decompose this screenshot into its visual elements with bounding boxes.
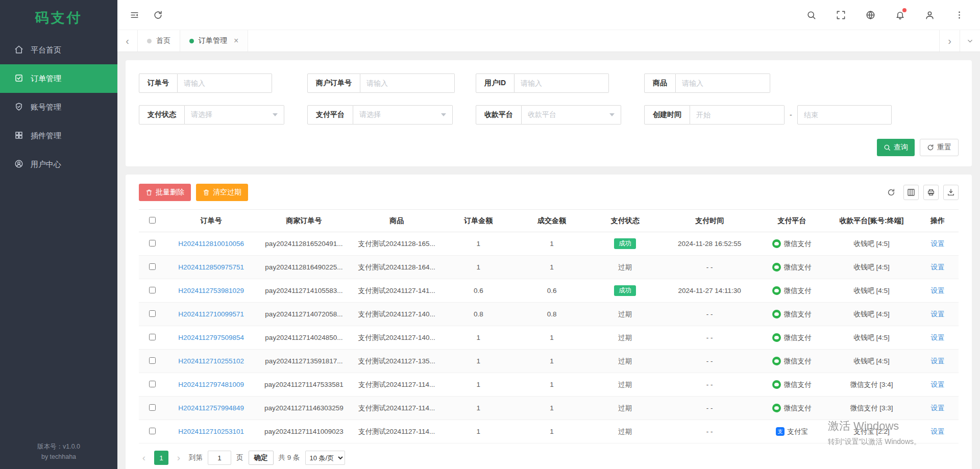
filter-label: 收款平台 — [476, 105, 522, 125]
row-checkbox[interactable] — [149, 310, 156, 317]
cell-order-no[interactable]: H2024112710099571 — [178, 310, 244, 318]
pay-platform-select[interactable]: 请选择 — [353, 105, 453, 125]
sidebar-item-account-management[interactable]: 账号管理 — [0, 93, 117, 121]
cell-pay-time: - - — [662, 397, 757, 420]
end-date-input[interactable] — [797, 105, 892, 125]
cell-action[interactable]: 设置 — [930, 357, 944, 365]
table-refresh-icon[interactable] — [884, 185, 899, 200]
search-icon[interactable] — [803, 7, 819, 22]
tabs-menu-button[interactable] — [960, 30, 980, 52]
current-page-button[interactable]: 1 — [154, 451, 168, 465]
language-globe-icon[interactable] — [863, 7, 878, 22]
user-avatar-icon[interactable] — [922, 7, 937, 22]
sidebar-item-platform-home[interactable]: 平台首页 — [0, 36, 117, 64]
table-export-icon[interactable] — [943, 185, 959, 200]
cell-platform-name: 支付宝 — [787, 427, 808, 436]
filter-create-time: 创建时间 - — [644, 105, 892, 125]
cell-order-amount: 1 — [442, 326, 515, 350]
cell-action[interactable]: 设置 — [930, 428, 944, 435]
refresh-page-icon[interactable] — [150, 7, 165, 22]
cell-order-no[interactable]: H2024112797509854 — [178, 334, 244, 341]
row-checkbox[interactable] — [149, 381, 156, 387]
home-icon — [14, 45, 23, 56]
tabs-scroll-left-button[interactable]: ‹ — [117, 30, 138, 52]
table-row: H2024112753981029 pay2024112714105583...… — [139, 279, 959, 303]
confirm-page-button[interactable]: 确定 — [249, 451, 274, 465]
cell-order-no[interactable]: H2024112753981029 — [178, 287, 244, 294]
table-row: H2024112797509854 pay2024112714024850...… — [139, 326, 959, 350]
cell-action[interactable]: 设置 — [930, 263, 944, 271]
select-arrow-icon — [609, 113, 615, 116]
filter-merchant-order-no: 商户订单号 — [307, 73, 476, 93]
cell-action[interactable]: 设置 — [930, 287, 944, 294]
row-checkbox[interactable] — [149, 334, 156, 340]
cell-platform-name: 微信支付 — [783, 310, 811, 319]
cell-action[interactable]: 设置 — [930, 334, 944, 341]
cell-receiver: 收钱吧 [4:5] — [826, 303, 917, 326]
select-all-checkbox[interactable] — [149, 217, 156, 224]
row-checkbox[interactable] — [149, 357, 156, 364]
jump-page-input[interactable] — [208, 451, 231, 465]
user-id-input[interactable] — [514, 73, 609, 93]
total-count-label: 共 9 条 — [279, 453, 300, 462]
clear-expired-button[interactable]: 清空过期 — [196, 184, 248, 201]
cell-order-no[interactable]: H2024112757994849 — [178, 404, 244, 412]
cell-order-amount: 1 — [442, 420, 515, 443]
table-print-icon[interactable] — [923, 185, 939, 200]
cell-status: 过期 — [618, 334, 632, 341]
product-input[interactable] — [676, 73, 770, 93]
cell-merchant-no: pay2024112714072058... — [256, 303, 352, 326]
cell-order-amount: 1 — [442, 397, 515, 420]
cell-order-no[interactable]: H2024112850975751 — [178, 263, 244, 271]
cell-paid-amount: 1 — [515, 326, 589, 350]
cell-pay-time: - - — [662, 256, 757, 279]
select-arrow-icon — [273, 113, 278, 116]
tab-close-icon[interactable]: × — [234, 37, 238, 45]
more-menu-icon[interactable] — [951, 7, 967, 22]
filter-product: 商品 — [644, 73, 813, 93]
tabs-scroll-right-button[interactable]: › — [939, 30, 960, 52]
sidebar-item-label: 订单管理 — [31, 74, 61, 84]
sidebar-item-user-center[interactable]: 用户中心 — [0, 150, 117, 179]
reset-button[interactable]: 重置 — [920, 139, 959, 156]
cell-checkbox — [139, 420, 166, 443]
sidebar-item-plugin-management[interactable]: 插件管理 — [0, 121, 117, 150]
start-date-input[interactable] — [690, 105, 785, 125]
row-checkbox[interactable] — [149, 404, 156, 411]
notification-bell-icon[interactable] — [892, 7, 908, 22]
tab-label: 订单管理 — [199, 36, 227, 45]
tab-order-management[interactable]: 订单管理 × — [180, 30, 248, 52]
filter-label: 支付状态 — [139, 105, 185, 125]
batch-delete-button[interactable]: 批量删除 — [139, 184, 191, 201]
receive-platform-select[interactable]: 收款平台 — [522, 105, 621, 125]
sidebar-item-label: 账号管理 — [31, 103, 61, 112]
cell-order-no[interactable]: H2024112710255102 — [178, 357, 244, 365]
tab-home[interactable]: 首页 — [138, 30, 180, 52]
sidebar-item-order-management[interactable]: 订单管理 — [0, 64, 117, 93]
collapse-sidebar-icon[interactable] — [127, 7, 142, 22]
sidebar-menu: 平台首页 订单管理 账号管理 插件管理 用户中心 — [0, 36, 117, 179]
next-page-button[interactable]: › — [174, 452, 184, 463]
per-page-select[interactable]: 10 条/页 — [305, 451, 345, 465]
cell-action[interactable]: 设置 — [930, 310, 944, 318]
pay-status-select[interactable]: 请选择 — [185, 105, 284, 125]
merchant-order-no-input[interactable] — [360, 73, 455, 93]
cell-order-no[interactable]: H2024112710253101 — [178, 428, 244, 435]
cell-action[interactable]: 设置 — [930, 381, 944, 388]
row-checkbox[interactable] — [149, 428, 156, 434]
cell-order-no[interactable]: H2024112797481009 — [178, 381, 244, 388]
prev-page-button[interactable]: ‹ — [139, 452, 149, 463]
order-icon — [14, 73, 23, 84]
row-checkbox[interactable] — [149, 263, 156, 270]
cell-order-no[interactable]: H2024112810010056 — [178, 240, 244, 248]
cell-action[interactable]: 设置 — [930, 404, 944, 412]
cell-action[interactable]: 设置 — [930, 240, 944, 248]
table-columns-icon[interactable] — [903, 185, 919, 200]
row-checkbox[interactable] — [149, 287, 156, 293]
row-checkbox[interactable] — [149, 240, 156, 246]
tab-label: 首页 — [156, 36, 170, 45]
order-no-input[interactable] — [178, 73, 272, 93]
cell-status: 过期 — [618, 310, 632, 318]
fullscreen-icon[interactable] — [833, 7, 848, 22]
search-button[interactable]: 查询 — [877, 139, 915, 156]
